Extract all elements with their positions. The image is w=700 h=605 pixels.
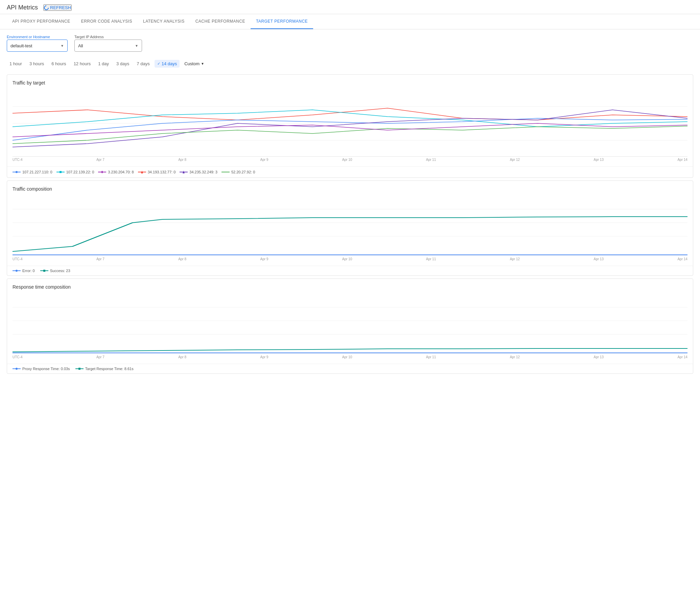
legend-107-21: 107.21.227.110: 0: [13, 170, 52, 174]
svg-point-20: [16, 270, 18, 272]
target-ip-dropdown-group: Target IP Address All ▼: [74, 35, 142, 52]
time-btn-12h[interactable]: 12 hours: [71, 60, 94, 68]
env-dropdown[interactable]: default-test ▼: [7, 40, 68, 52]
legend-52-20: 52.20.27.92: 0: [221, 170, 255, 174]
svg-marker-9: [101, 171, 103, 173]
filter-controls: Environment or Hostname default-test ▼ T…: [0, 29, 700, 57]
time-btn-7d[interactable]: 7 days: [134, 60, 152, 68]
time-btn-1d[interactable]: 1 day: [95, 60, 112, 68]
traffic-chart-svg: [13, 90, 687, 157]
time-btn-14d[interactable]: ✓ 14 days: [155, 60, 180, 68]
composition-svg: [13, 196, 687, 257]
response-time-section: Response time composition UTC-4 Apr 7 Ap…: [7, 279, 693, 374]
target-ip-arrow: ▼: [135, 44, 138, 48]
response-legend: Proxy Response Time: 0.03s Target Respon…: [7, 364, 693, 373]
env-dropdown-group: Environment or Hostname default-test ▼: [7, 35, 68, 52]
traffic-by-target-section: Traffic by target UTC-4 Apr 7 Apr 8 Ap: [7, 74, 693, 178]
target-ip-label: Target IP Address: [74, 35, 142, 39]
response-time-title: Response time composition: [7, 284, 693, 294]
legend-107-22: 107.22.139.22: 0: [56, 170, 94, 174]
svg-rect-7: [60, 171, 62, 173]
refresh-icon: [43, 4, 50, 11]
response-time-chart: [13, 294, 687, 355]
legend-34-193: 34.193.132.77: 0: [138, 170, 176, 174]
page-header: API Metrics REFRESH: [0, 0, 700, 14]
legend-proxy-response: Proxy Response Time: 0.03s: [13, 367, 70, 371]
time-btn-6h[interactable]: 6 hours: [49, 60, 69, 68]
tab-latency[interactable]: LATENCY ANALYSIS: [138, 14, 190, 29]
composition-legend: Error: 0 Success: 23: [7, 266, 693, 275]
tab-error-code[interactable]: ERROR CODE ANALYSIS: [76, 14, 138, 29]
traffic-by-target-chart: [13, 90, 687, 157]
env-dropdown-arrow: ▼: [61, 44, 64, 48]
legend-34-235: 34.235.32.249: 3: [180, 170, 217, 174]
env-value: default-test: [10, 43, 32, 48]
legend-success: Success: 23: [40, 269, 70, 273]
check-icon: ✓: [157, 62, 160, 66]
env-label: Environment or Hostname: [7, 35, 68, 39]
svg-point-5: [16, 171, 18, 173]
svg-point-28: [16, 368, 18, 370]
tab-target[interactable]: TARGET PERFORMANCE: [251, 14, 313, 29]
tab-api-proxy[interactable]: API PROXY PERFORMANCE: [7, 14, 76, 29]
refresh-button[interactable]: REFRESH: [43, 4, 72, 11]
time-btn-custom[interactable]: Custom ▼: [182, 60, 207, 68]
tab-bar: API PROXY PERFORMANCE ERROR CODE ANALYSI…: [0, 14, 700, 29]
traffic-by-target-title: Traffic by target: [7, 80, 693, 90]
target-ip-value: All: [78, 43, 83, 48]
composition-x-axis: UTC-4 Apr 7 Apr 8 Apr 9 Apr 10 Apr 11 Ap…: [7, 257, 693, 263]
traffic-x-axis: UTC-4 Apr 7 Apr 8 Apr 9 Apr 10 Apr 11 Ap…: [7, 157, 693, 164]
legend-3-230: 3.230.204.70: 8: [98, 170, 134, 174]
traffic-legend: 107.21.227.110: 0 107.22.139.22: 0 3.230…: [7, 166, 693, 177]
time-filter-bar: 1 hour 3 hours 6 hours 12 hours 1 day 3 …: [0, 57, 700, 72]
time-btn-1h[interactable]: 1 hour: [7, 60, 25, 68]
legend-error: Error: 0: [13, 269, 35, 273]
time-btn-3h[interactable]: 3 hours: [27, 60, 47, 68]
time-btn-3d[interactable]: 3 days: [114, 60, 132, 68]
response-svg: [13, 294, 687, 355]
svg-rect-22: [43, 270, 45, 272]
response-x-axis: UTC-4 Apr 7 Apr 8 Apr 9 Apr 10 Apr 11 Ap…: [7, 355, 693, 361]
target-ip-dropdown[interactable]: All ▼: [74, 40, 142, 52]
traffic-composition-section: Traffic composition UTC-4 Apr 7 Apr 8 Ap…: [7, 180, 693, 276]
tab-cache[interactable]: CACHE PERFORMANCE: [190, 14, 251, 29]
legend-target-response: Target Response Time: 8.61s: [75, 367, 134, 371]
custom-dropdown-arrow: ▼: [201, 62, 204, 66]
traffic-composition-chart: [13, 196, 687, 257]
svg-rect-30: [78, 368, 80, 370]
page-title: API Metrics: [7, 4, 38, 11]
traffic-composition-title: Traffic composition: [7, 186, 693, 196]
